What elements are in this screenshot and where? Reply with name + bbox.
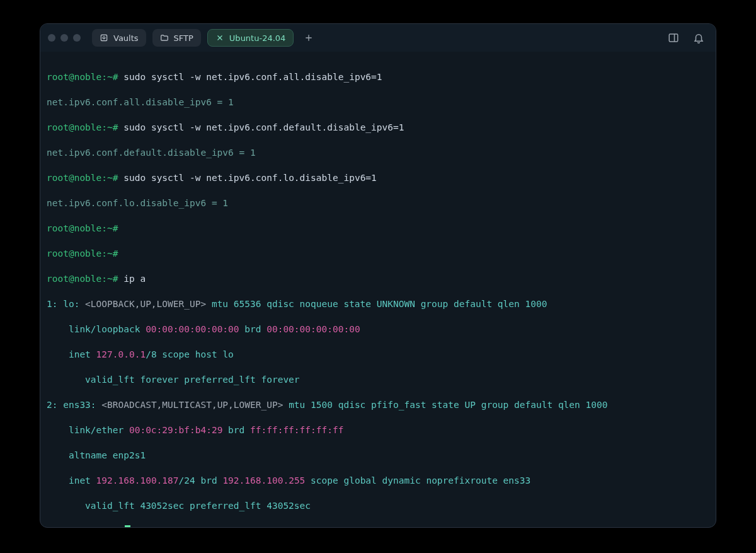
output-line: 2: ens33: <BROADCAST,MULTICAST,UP,LOWER_… — [47, 399, 709, 411]
tab-label: SFTP — [174, 33, 193, 43]
maximize-window-button[interactable] — [73, 34, 81, 42]
tab-ubuntu[interactable]: Ubuntu-24.04 — [207, 29, 294, 47]
tab-label: Ubuntu-24.04 — [229, 33, 286, 43]
terminal-window: Vaults SFTP Ubuntu-24.04 — [40, 23, 716, 528]
shell-prompt: root@noble:~# — [47, 122, 118, 132]
minimize-window-button[interactable] — [60, 34, 68, 42]
notifications-button[interactable] — [689, 28, 708, 47]
shell-prompt: root@noble:~# — [47, 248, 118, 259]
folder-icon — [160, 33, 169, 42]
shell-prompt: root@noble:~# — [47, 274, 118, 284]
output-line: valid_lft 43052sec preferred_lft 43052se… — [47, 499, 709, 512]
output-line: inet 192.168.100.187/24 brd 192.168.100.… — [47, 474, 709, 487]
command-text: sudo sysctl -w net.ipv6.conf.default.dis… — [123, 122, 404, 132]
sidebar-toggle-button[interactable] — [664, 28, 683, 47]
close-window-button[interactable] — [48, 34, 55, 42]
output-line: net.ipv6.conf.all.disable_ipv6 = 1 — [47, 96, 709, 108]
output-line: inet 127.0.0.1/8 scope host lo — [47, 348, 709, 361]
output-line: altname enp2s1 — [47, 449, 709, 462]
title-bar: Vaults SFTP Ubuntu-24.04 — [40, 24, 716, 52]
output-line: link/loopback 00:00:00:00:00:00 brd 00:0… — [47, 323, 709, 335]
terminal-output[interactable]: root@noble:~# sudo sysctl -w net.ipv6.co… — [40, 52, 716, 527]
close-tab-icon[interactable] — [215, 33, 224, 42]
command-text: sudo sysctl -w net.ipv6.conf.all.disable… — [123, 72, 382, 82]
output-line: net.ipv6.conf.lo.disable_ipv6 = 1 — [47, 197, 709, 209]
command-text: sudo sysctl -w net.ipv6.conf.lo.disable_… — [123, 173, 377, 183]
command-text: ip a — [123, 274, 146, 284]
svg-point-1 — [103, 37, 105, 39]
shell-prompt: root@noble:~# — [47, 526, 118, 527]
tab-vaults[interactable]: Vaults — [92, 29, 146, 47]
svg-rect-0 — [101, 35, 106, 40]
svg-rect-2 — [669, 34, 678, 42]
output-line: net.ipv6.conf.default.disable_ipv6 = 1 — [47, 146, 709, 159]
tab-label: Vaults — [113, 33, 139, 43]
new-tab-button[interactable] — [300, 29, 318, 47]
terminal-cursor — [125, 525, 130, 527]
output-line: valid_lft forever preferred_lft forever — [47, 373, 709, 386]
shell-prompt: root@noble:~# — [47, 173, 118, 183]
window-controls — [48, 34, 81, 42]
output-line: 1: lo: <LOOPBACK,UP,LOWER_UP> mtu 65536 … — [47, 298, 709, 310]
vaults-icon — [100, 33, 108, 42]
output-line: link/ether 00:0c:29:bf:b4:29 brd ff:ff:f… — [47, 424, 709, 436]
shell-prompt: root@noble:~# — [47, 72, 118, 82]
shell-prompt: root@noble:~# — [47, 223, 118, 233]
tab-sftp[interactable]: SFTP — [152, 29, 201, 47]
